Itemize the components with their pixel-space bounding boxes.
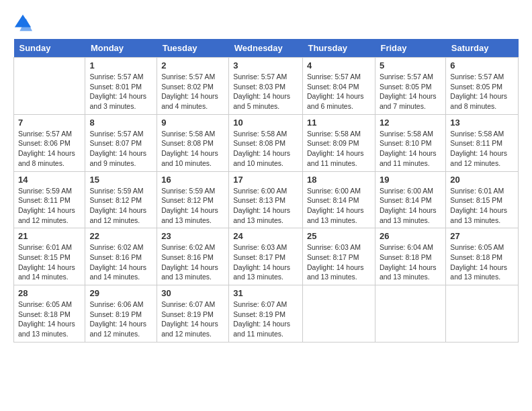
calendar-cell: 14Sunrise: 5:59 AM Sunset: 8:11 PM Dayli… [14,171,85,228]
calendar-week-5: 28Sunrise: 6:05 AM Sunset: 8:18 PM Dayli… [14,285,519,342]
calendar-cell: 28Sunrise: 6:05 AM Sunset: 8:18 PM Dayli… [14,285,85,342]
day-number: 31 [233,288,298,298]
day-number: 2 [161,60,224,71]
day-number: 6 [450,60,514,71]
day-info: Sunrise: 6:00 AM Sunset: 8:14 PM Dayligh… [380,186,441,226]
calendar-cell: 23Sunrise: 6:02 AM Sunset: 8:16 PM Dayli… [157,228,229,285]
day-info: Sunrise: 6:06 AM Sunset: 8:19 PM Dayligh… [89,300,152,339]
day-number: 20 [450,175,514,185]
day-info: Sunrise: 6:05 AM Sunset: 8:18 PM Dayligh… [450,242,514,282]
weekday-header-sunday: Sunday [14,39,85,58]
day-number: 8 [89,118,152,128]
weekday-header-tuesday: Tuesday [157,39,229,58]
day-number: 1 [89,60,152,71]
day-info: Sunrise: 6:03 AM Sunset: 8:17 PM Dayligh… [307,242,371,282]
calendar-table: SundayMondayTuesdayWednesdayThursdayFrid… [13,39,519,342]
calendar-cell: 22Sunrise: 6:02 AM Sunset: 8:16 PM Dayli… [85,228,157,285]
calendar-cell: 17Sunrise: 6:00 AM Sunset: 8:13 PM Dayli… [229,171,303,228]
day-info: Sunrise: 6:07 AM Sunset: 8:19 PM Dayligh… [233,300,298,339]
logo-icon [13,13,32,32]
day-number: 30 [161,288,224,298]
day-info: Sunrise: 5:57 AM Sunset: 8:01 PM Dayligh… [89,72,152,111]
day-number: 23 [161,231,224,241]
day-number: 28 [18,288,81,298]
calendar-cell: 25Sunrise: 6:03 AM Sunset: 8:17 PM Dayli… [302,228,375,285]
day-info: Sunrise: 6:03 AM Sunset: 8:17 PM Dayligh… [233,242,298,282]
calendar-cell: 9Sunrise: 5:58 AM Sunset: 8:08 PM Daylig… [157,114,229,171]
calendar-cell: 18Sunrise: 6:00 AM Sunset: 8:14 PM Dayli… [302,171,375,228]
day-number: 10 [233,118,298,128]
day-info: Sunrise: 6:00 AM Sunset: 8:13 PM Dayligh… [233,186,298,226]
day-number: 14 [18,175,81,185]
day-number: 4 [307,60,371,71]
day-info: Sunrise: 6:02 AM Sunset: 8:16 PM Dayligh… [89,242,152,282]
weekday-header-thursday: Thursday [302,39,375,58]
calendar-cell [446,285,519,342]
calendar-cell: 2Sunrise: 5:57 AM Sunset: 8:02 PM Daylig… [157,58,229,115]
day-info: Sunrise: 5:58 AM Sunset: 8:08 PM Dayligh… [233,129,298,169]
day-info: Sunrise: 5:57 AM Sunset: 8:04 PM Dayligh… [307,72,371,111]
weekday-header-saturday: Saturday [446,39,519,58]
day-number: 22 [89,231,152,241]
day-info: Sunrise: 6:05 AM Sunset: 8:18 PM Dayligh… [18,300,81,339]
calendar-cell: 16Sunrise: 5:59 AM Sunset: 8:12 PM Dayli… [157,171,229,228]
calendar-cell: 24Sunrise: 6:03 AM Sunset: 8:17 PM Dayli… [229,228,303,285]
calendar-cell: 30Sunrise: 6:07 AM Sunset: 8:19 PM Dayli… [157,285,229,342]
day-info: Sunrise: 5:59 AM Sunset: 8:12 PM Dayligh… [161,186,224,226]
day-number: 17 [233,175,298,185]
day-number: 29 [89,288,152,298]
calendar-cell: 20Sunrise: 6:01 AM Sunset: 8:15 PM Dayli… [446,171,519,228]
calendar-week-1: 1Sunrise: 5:57 AM Sunset: 8:01 PM Daylig… [14,58,519,115]
weekday-header-wednesday: Wednesday [229,39,303,58]
day-info: Sunrise: 5:57 AM Sunset: 8:06 PM Dayligh… [18,129,81,169]
calendar-cell: 31Sunrise: 6:07 AM Sunset: 8:19 PM Dayli… [229,285,303,342]
day-number: 13 [450,118,514,128]
day-number: 12 [380,118,441,128]
calendar-week-4: 21Sunrise: 6:01 AM Sunset: 8:15 PM Dayli… [14,228,519,285]
logo [13,13,35,32]
calendar-cell: 29Sunrise: 6:06 AM Sunset: 8:19 PM Dayli… [85,285,157,342]
calendar-cell: 12Sunrise: 5:58 AM Sunset: 8:10 PM Dayli… [375,114,445,171]
day-info: Sunrise: 5:57 AM Sunset: 8:05 PM Dayligh… [450,72,514,111]
calendar-cell: 5Sunrise: 5:57 AM Sunset: 8:05 PM Daylig… [375,58,445,115]
day-number: 11 [307,118,371,128]
day-info: Sunrise: 5:58 AM Sunset: 8:10 PM Dayligh… [380,129,441,169]
page-header [13,13,519,32]
day-number: 26 [380,231,441,241]
weekday-header-row: SundayMondayTuesdayWednesdayThursdayFrid… [14,39,519,58]
day-info: Sunrise: 5:57 AM Sunset: 8:07 PM Dayligh… [89,129,152,169]
calendar-cell: 10Sunrise: 5:58 AM Sunset: 8:08 PM Dayli… [229,114,303,171]
day-info: Sunrise: 6:02 AM Sunset: 8:16 PM Dayligh… [161,242,224,282]
day-info: Sunrise: 6:01 AM Sunset: 8:15 PM Dayligh… [18,242,81,282]
calendar-cell [375,285,445,342]
calendar-cell [302,285,375,342]
calendar-week-2: 7Sunrise: 5:57 AM Sunset: 8:06 PM Daylig… [14,114,519,171]
day-info: Sunrise: 5:57 AM Sunset: 8:03 PM Dayligh… [233,72,298,111]
calendar-week-3: 14Sunrise: 5:59 AM Sunset: 8:11 PM Dayli… [14,171,519,228]
calendar-cell: 27Sunrise: 6:05 AM Sunset: 8:18 PM Dayli… [446,228,519,285]
day-number: 24 [233,231,298,241]
calendar-cell: 21Sunrise: 6:01 AM Sunset: 8:15 PM Dayli… [14,228,85,285]
day-info: Sunrise: 5:57 AM Sunset: 8:02 PM Dayligh… [161,72,224,111]
day-number: 18 [307,175,371,185]
calendar-cell: 3Sunrise: 5:57 AM Sunset: 8:03 PM Daylig… [229,58,303,115]
day-number: 16 [161,175,224,185]
calendar-cell [14,58,85,115]
calendar-cell: 4Sunrise: 5:57 AM Sunset: 8:04 PM Daylig… [302,58,375,115]
day-info: Sunrise: 5:59 AM Sunset: 8:11 PM Dayligh… [18,186,81,226]
day-info: Sunrise: 6:07 AM Sunset: 8:19 PM Dayligh… [161,300,224,339]
day-number: 3 [233,60,298,71]
day-info: Sunrise: 5:59 AM Sunset: 8:12 PM Dayligh… [89,186,152,226]
day-number: 15 [89,175,152,185]
day-number: 27 [450,231,514,241]
day-info: Sunrise: 5:58 AM Sunset: 8:08 PM Dayligh… [161,129,224,169]
calendar-cell: 26Sunrise: 6:04 AM Sunset: 8:18 PM Dayli… [375,228,445,285]
weekday-header-monday: Monday [85,39,157,58]
calendar-cell: 7Sunrise: 5:57 AM Sunset: 8:06 PM Daylig… [14,114,85,171]
day-number: 7 [18,118,81,128]
day-info: Sunrise: 6:04 AM Sunset: 8:18 PM Dayligh… [380,242,441,282]
calendar-cell: 6Sunrise: 5:57 AM Sunset: 8:05 PM Daylig… [446,58,519,115]
day-info: Sunrise: 6:00 AM Sunset: 8:14 PM Dayligh… [307,186,371,226]
day-number: 5 [380,60,441,71]
calendar-cell: 8Sunrise: 5:57 AM Sunset: 8:07 PM Daylig… [85,114,157,171]
